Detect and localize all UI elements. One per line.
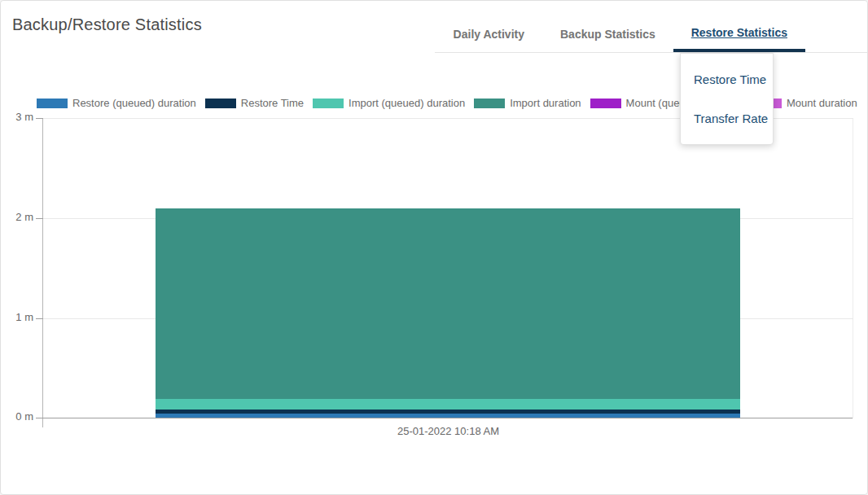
tab-daily-activity[interactable]: Daily Activity [436,1,542,52]
tab-bar: Daily Activity Backup Statistics Restore… [435,1,867,53]
y-axis-tick-label: 2 m [2,211,33,223]
menu-item-transfer-rate[interactable]: Transfer Rate [681,99,773,138]
legend-label: Restore Time [241,97,304,109]
legend-item-restore-time[interactable]: Restore Time [205,97,304,109]
legend-swatch [205,99,236,108]
plot-area: 0 m1 m2 m3 m [43,118,853,418]
legend-item-restore-queued-duration[interactable]: Restore (queued) duration [37,97,196,109]
tab-backup-statistics[interactable]: Backup Statistics [542,1,673,52]
legend-label: Mount duration [787,97,857,109]
menu-item-restore-time[interactable]: Restore Time [681,60,773,99]
legend-item-import-duration[interactable]: Import duration [474,97,581,109]
y-axis-tick-label: 0 m [2,410,33,423]
y-axis-tick-label: 3 m [2,111,33,123]
y-axis-tick [36,118,43,119]
legend-label: Restore (queued) duration [72,97,196,109]
y-axis-tick-label: 1 m [2,311,33,323]
legend-item-import-queued-duration[interactable]: Import (queued) duration [313,97,465,109]
bar-segment-restore-queued-duration[interactable] [156,414,740,418]
page-title: Backup/Restore Statistics [12,15,202,34]
tab-restore-statistics[interactable]: Restore Statistics [673,1,805,52]
page: Backup/Restore Statistics Daily Activity… [0,0,868,495]
x-axis-line [43,418,853,418]
bar-segment-import-duration[interactable] [156,208,740,399]
legend-swatch [474,99,505,108]
stacked-bar[interactable] [156,208,740,418]
legend-label: Import duration [510,97,581,109]
y-axis-tick [36,318,43,319]
restore-statistics-dropdown: Restore Time Transfer Rate [680,53,774,145]
y-axis-line [42,118,43,427]
y-axis-tick [36,218,43,219]
bar-segment-import-queued-duration[interactable] [156,399,740,410]
x-axis-label: 25-01-2022 10:18 AM [43,425,853,437]
legend-swatch [313,99,344,108]
legend-swatch [590,99,621,108]
plot-right-border [853,118,853,418]
y-axis-tick [36,418,43,418]
legend-swatch [37,99,68,108]
legend-label: Import (queued) duration [349,97,465,109]
